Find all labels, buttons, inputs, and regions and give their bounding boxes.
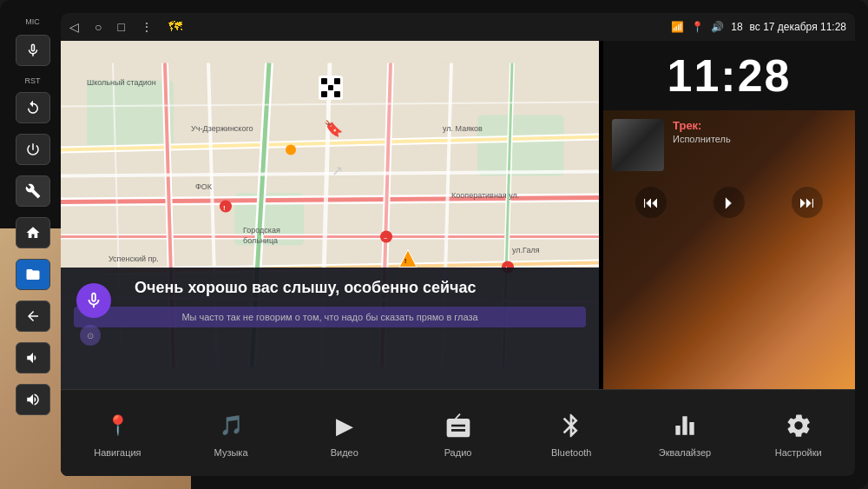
svg-point-36 xyxy=(220,201,232,213)
svg-rect-3 xyxy=(477,116,564,176)
voice-text-area: Очень хорошо вас слышу, особенно сейчас xyxy=(122,268,599,303)
clock-display: 11:28 xyxy=(603,41,855,110)
play-button[interactable]: ⏵ xyxy=(713,187,745,218)
track-info: Трек: Исполнитель xyxy=(673,119,846,144)
radio-label: Радио xyxy=(444,447,472,458)
media-top: Трек: Исполнитель xyxy=(612,119,846,171)
home-button[interactable] xyxy=(16,217,50,248)
menu-item-bluetooth[interactable]: Bluetooth xyxy=(515,401,628,465)
video-icon: ▶ xyxy=(327,408,362,443)
wifi-icon: 📶 xyxy=(671,21,684,33)
next-button[interactable]: ⏭ xyxy=(792,187,823,218)
bottom-menu: 📍 Навигация 🎵 Музыка ▶ Видео Радио xyxy=(61,389,855,476)
share-icon[interactable]: ↗ xyxy=(332,162,343,179)
menu-item-settings[interactable]: Настройки xyxy=(741,401,855,465)
settings-label: Настройки xyxy=(775,447,822,458)
svg-text:−: − xyxy=(384,235,388,242)
main-screen: ◁ ○ □ ⋮ 🗺 📶 📍 🔊 18 вс 17 декабря 11:28 xyxy=(61,13,855,476)
yandex-nav-icon: 🗺 xyxy=(168,19,182,35)
svg-text:Кооперативная ул.: Кооперативная ул. xyxy=(451,191,519,200)
video-label: Видео xyxy=(331,447,358,458)
folder-button[interactable] xyxy=(16,259,50,290)
device-frame: MIC RST xyxy=(0,0,868,489)
volume-level: 18 xyxy=(731,21,742,33)
svg-text:Успенский пр.: Успенский пр. xyxy=(108,254,159,263)
mic-label: MIC xyxy=(25,17,40,26)
track-artist: Исполнитель xyxy=(673,134,846,144)
media-player: Трек: Исполнитель ⏮ ⏵ ⏭ xyxy=(603,110,855,389)
equalizer-label: Эквалайзер xyxy=(659,447,711,458)
bookmark-icon[interactable]: 🔖 xyxy=(324,119,343,138)
bluetooth-label: Bluetooth xyxy=(551,447,591,458)
voice-overlay: Очень хорошо вас слышу, особенно сейчас … xyxy=(61,268,599,389)
qr-icon[interactable] xyxy=(319,76,343,100)
track-name-label: Трек: xyxy=(673,119,846,132)
left-button-panel: MIC RST xyxy=(9,17,56,417)
radio-icon xyxy=(441,408,476,443)
svg-text:ул.Галя: ул.Галя xyxy=(512,246,540,254)
rst-button[interactable] xyxy=(16,92,50,123)
back-nav-icon[interactable]: ◁ xyxy=(69,20,79,34)
home-nav-icon[interactable]: ○ xyxy=(95,20,102,34)
recent-nav-icon[interactable]: □ xyxy=(117,20,124,34)
svg-text:Школьный стадион: Школьный стадион xyxy=(87,78,156,87)
settings-icon xyxy=(781,408,816,443)
prev-button[interactable]: ⏮ xyxy=(635,187,667,218)
status-bar: ◁ ○ □ ⋮ 🗺 📶 📍 🔊 18 вс 17 декабря 11:28 xyxy=(61,13,855,41)
more-nav-icon[interactable]: ⋮ xyxy=(141,20,153,34)
location-icon: 📍 xyxy=(691,21,704,33)
menu-item-radio[interactable]: Радио xyxy=(401,401,515,465)
media-controls: ⏮ ⏵ ⏭ xyxy=(612,180,846,225)
album-art xyxy=(612,119,664,171)
bluetooth-icon xyxy=(554,408,589,443)
android-nav: ◁ ○ □ ⋮ 🗺 xyxy=(69,19,182,35)
navigation-icon: 📍 xyxy=(100,408,135,443)
vol-down-button[interactable] xyxy=(16,384,50,415)
svg-text:больница: больница xyxy=(243,236,278,245)
music-icon: 🎵 xyxy=(214,408,248,443)
volume-icon: 🔊 xyxy=(711,21,724,33)
mic-button[interactable] xyxy=(16,35,50,66)
voice-small-icon: ⊙ xyxy=(80,325,101,346)
svg-text:Городская: Городская xyxy=(243,226,280,235)
equalizer-icon xyxy=(667,408,702,443)
vol-up-button[interactable] xyxy=(16,342,50,373)
map-area[interactable]: Уч-Дзержинского Школьный стадион ул. Мая… xyxy=(61,41,599,389)
menu-item-music[interactable]: 🎵 Музыка xyxy=(174,401,288,465)
rst-label: RST xyxy=(25,76,41,85)
menu-item-navigation[interactable]: 📍 Навигация xyxy=(61,401,174,465)
clock-time: 11:28 xyxy=(616,50,842,102)
right-panel: 11:28 Трек: Исполнитель ⏮ ⏵ ⏭ xyxy=(603,41,855,389)
status-bar-right: 📶 📍 🔊 18 вс 17 декабря 11:28 xyxy=(671,21,846,33)
navigation-label: Навигация xyxy=(94,447,141,458)
svg-rect-1 xyxy=(87,81,174,150)
voice-main-text: Очень хорошо вас слышу, особенно сейчас xyxy=(122,268,599,303)
svg-text:!: ! xyxy=(223,204,226,212)
voice-circle-icon xyxy=(76,283,111,318)
svg-point-42 xyxy=(286,145,296,155)
power-button[interactable] xyxy=(16,134,50,165)
back-button[interactable] xyxy=(16,301,50,332)
svg-text:Уч-Дзержинского: Уч-Дзержинского xyxy=(191,124,253,133)
menu-item-equalizer[interactable]: Эквалайзер xyxy=(628,401,742,465)
voice-sub-text: Мы часто так не говорим о том, что надо … xyxy=(74,307,586,327)
svg-text:ул. Маяков: ул. Маяков xyxy=(443,124,483,133)
music-label: Музыка xyxy=(214,447,248,458)
svg-text:ФОК: ФОК xyxy=(195,182,213,191)
datetime-display: вс 17 декабря 11:28 xyxy=(750,21,846,33)
svg-text:!: ! xyxy=(404,258,406,264)
menu-item-video[interactable]: ▶ Видео xyxy=(287,401,401,465)
wrench-button[interactable] xyxy=(16,175,50,207)
